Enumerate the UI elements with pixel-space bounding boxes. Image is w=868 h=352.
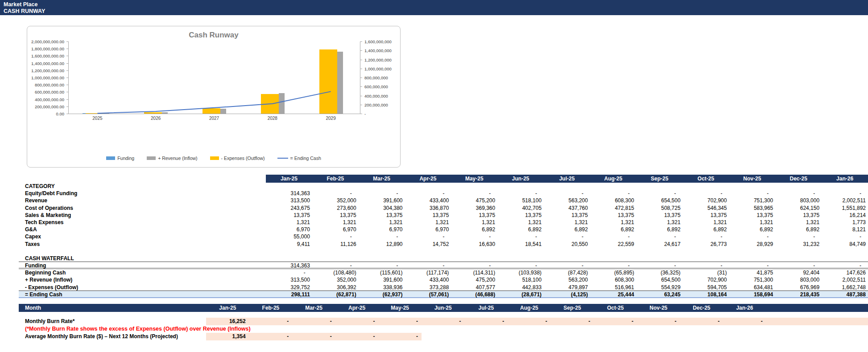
- table-cell[interactable]: 508,725: [637, 205, 683, 212]
- table-cell[interactable]: [405, 183, 451, 190]
- table-cell[interactable]: [729, 255, 775, 262]
- avg-burn-cell[interactable]: -: [378, 333, 422, 340]
- table-cell[interactable]: [497, 255, 544, 262]
- table-cell[interactable]: 9,411: [266, 241, 312, 248]
- table-cell[interactable]: 6,970: [312, 226, 359, 233]
- table-cell[interactable]: 624,150: [775, 205, 822, 212]
- table-cell[interactable]: 273,600: [312, 205, 359, 212]
- table-cell[interactable]: 433,400: [405, 197, 451, 204]
- table-cell[interactable]: 13,375: [775, 212, 822, 219]
- table-cell[interactable]: -: [359, 190, 405, 197]
- table-cell[interactable]: 11,126: [312, 241, 359, 248]
- burn-month-header[interactable]: Jul-25: [465, 304, 508, 312]
- table-cell[interactable]: 13,375: [637, 212, 683, 219]
- avg-burn-cell[interactable]: [637, 333, 680, 340]
- month-header[interactable]: Jan-26: [822, 175, 868, 183]
- table-cell[interactable]: 6,892: [683, 226, 729, 233]
- avg-burn-cell[interactable]: [551, 333, 594, 340]
- table-cell[interactable]: 304,380: [359, 205, 405, 212]
- month-header[interactable]: Sep-25: [637, 175, 683, 183]
- table-cell[interactable]: [544, 183, 590, 190]
- burn-month-header[interactable]: Mar-25: [292, 304, 335, 312]
- table-cell[interactable]: 26,773: [683, 241, 729, 248]
- table-cell[interactable]: (115,601): [359, 269, 405, 276]
- table-cell[interactable]: (103,938): [497, 269, 544, 276]
- table-cell[interactable]: [637, 255, 683, 262]
- table-cell[interactable]: 25,444: [590, 291, 637, 298]
- table-cell[interactable]: 13,375: [266, 212, 312, 219]
- table-cell[interactable]: -: [729, 190, 775, 197]
- avg-burn-cell[interactable]: [723, 333, 766, 340]
- table-cell[interactable]: 13,375: [544, 212, 590, 219]
- month-header[interactable]: May-25: [451, 175, 497, 183]
- table-cell[interactable]: 608,300: [590, 197, 637, 204]
- table-cell[interactable]: 16,630: [451, 241, 497, 248]
- burn-month-header[interactable]: May-25: [378, 304, 422, 312]
- burn-rate-cell[interactable]: -: [292, 318, 335, 325]
- row-label[interactable]: G&A: [19, 226, 266, 233]
- table-cell[interactable]: 6,892: [544, 226, 590, 233]
- table-cell[interactable]: 1,321: [266, 219, 312, 226]
- table-cell[interactable]: 475,200: [451, 276, 497, 283]
- table-cell[interactable]: [266, 255, 312, 262]
- burn-month-header[interactable]: Feb-25: [249, 304, 293, 312]
- table-cell[interactable]: 41,875: [729, 269, 775, 276]
- table-cell[interactable]: [822, 255, 868, 262]
- row-label[interactable]: Revenue: [19, 197, 266, 204]
- table-cell[interactable]: 336,870: [405, 205, 451, 212]
- burn-rate-cell[interactable]: -: [378, 318, 422, 325]
- table-cell[interactable]: 329,752: [266, 284, 312, 291]
- burn-rate-label[interactable]: Monthly Burn Rate*: [19, 318, 206, 325]
- table-cell[interactable]: -: [266, 269, 312, 276]
- table-cell[interactable]: 583,965: [729, 205, 775, 212]
- table-cell[interactable]: [359, 255, 405, 262]
- table-cell[interactable]: 16,214: [822, 212, 868, 219]
- table-cell[interactable]: -: [451, 262, 497, 269]
- table-cell[interactable]: 654,500: [637, 276, 683, 283]
- table-cell[interactable]: 1,321: [359, 219, 405, 226]
- table-cell[interactable]: 8,121: [822, 226, 868, 233]
- table-cell[interactable]: (117,174): [405, 269, 451, 276]
- table-cell[interactable]: -: [405, 233, 451, 240]
- month-header[interactable]: Jul-25: [544, 175, 590, 183]
- table-cell[interactable]: -: [822, 233, 868, 240]
- burn-rate-cell[interactable]: -: [508, 318, 551, 325]
- burn-month-header[interactable]: Nov-25: [637, 304, 680, 312]
- burn-month-header[interactable]: Jan-25: [206, 304, 249, 312]
- table-cell[interactable]: 6,970: [359, 226, 405, 233]
- table-cell[interactable]: 13,375: [405, 212, 451, 219]
- month-header[interactable]: Mar-25: [359, 175, 405, 183]
- avg-burn-cell[interactable]: [594, 333, 637, 340]
- table-cell[interactable]: 369,360: [451, 205, 497, 212]
- burn-month-header[interactable]: Sep-25: [551, 304, 594, 312]
- table-cell[interactable]: [590, 183, 637, 190]
- table-cell[interactable]: -: [451, 233, 497, 240]
- table-cell[interactable]: [822, 183, 868, 190]
- burn-rate-cell[interactable]: -: [637, 318, 680, 325]
- table-cell[interactable]: 442,833: [497, 284, 544, 291]
- table-cell[interactable]: [497, 183, 544, 190]
- table-cell[interactable]: (31): [683, 269, 729, 276]
- table-cell[interactable]: 243,675: [266, 205, 312, 212]
- table-cell[interactable]: 437,760: [544, 205, 590, 212]
- table-cell[interactable]: 55,000: [266, 233, 312, 240]
- table-cell[interactable]: 407,577: [451, 284, 497, 291]
- table-cell[interactable]: 18,541: [497, 241, 544, 248]
- table-cell[interactable]: (65,895): [590, 269, 637, 276]
- avg-burn-cell[interactable]: [465, 333, 508, 340]
- table-cell[interactable]: 314,363: [266, 190, 312, 197]
- burn-month-header[interactable]: Dec-25: [680, 304, 723, 312]
- month-header[interactable]: Nov-25: [729, 175, 775, 183]
- table-cell[interactable]: 108,164: [683, 291, 729, 298]
- avg-burn-cell[interactable]: [508, 333, 551, 340]
- table-cell[interactable]: [729, 183, 775, 190]
- table-cell[interactable]: [312, 183, 359, 190]
- table-cell[interactable]: 479,897: [544, 284, 590, 291]
- table-cell[interactable]: (57,061): [405, 291, 451, 298]
- table-cell[interactable]: 516,961: [590, 284, 637, 291]
- table-cell[interactable]: -: [775, 233, 822, 240]
- row-label[interactable]: = Ending Cash: [19, 291, 266, 298]
- table-cell[interactable]: 391,600: [359, 197, 405, 204]
- burn-month-header[interactable]: Jan-26: [723, 304, 766, 312]
- burn-rate-cell[interactable]: -: [422, 318, 465, 325]
